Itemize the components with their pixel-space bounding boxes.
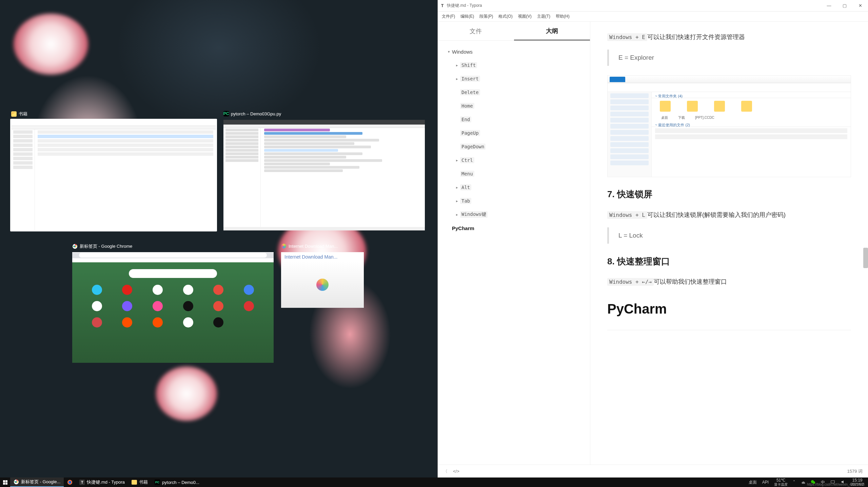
tray-gpu-temp[interactable]: 51℃ 显卡温度	[774, 478, 788, 486]
folder-icon: 📁	[11, 111, 17, 117]
taskview-thumb-idm[interactable]: Internet Download Man... Internet Downlo…	[280, 251, 365, 309]
outline-item-pycharm[interactable]: PyCharm	[438, 221, 590, 235]
pycharm-icon: PC	[223, 111, 229, 116]
menu-help[interactable]: 帮助(H)	[556, 14, 570, 19]
wallpaper-decor	[156, 367, 217, 421]
idm-logo-icon	[316, 279, 329, 291]
taskview-thumb-chrome[interactable]: 新标签页 - Google Chrome	[71, 251, 275, 364]
outline-item[interactable]: Delete	[438, 86, 590, 99]
text: 可以让我们快速打开文件资源管理器	[647, 34, 745, 40]
outline-item[interactable]: ▸Windows键	[438, 208, 590, 221]
tray-chevron-up-icon[interactable]: ˄	[793, 480, 795, 485]
shot-section-header: ~ 常用文件夹 (4)	[652, 92, 851, 98]
heading-8: 8. 快速整理窗口	[607, 253, 851, 270]
outline-item[interactable]: PageUp	[438, 126, 590, 140]
close-button[interactable]: ✕	[852, 0, 868, 11]
tray-api[interactable]: API	[762, 480, 769, 485]
outline-item[interactable]: Menu	[438, 167, 590, 181]
taskview-thumb-explorer[interactable]: 📁 书籍	[10, 119, 217, 231]
outline-item[interactable]: ▸Tab	[438, 194, 590, 208]
typora-app-icon: T	[441, 3, 443, 8]
taskbar: 新标签页 - Google...T快捷键.md - Typora书籍PCpyto…	[0, 477, 868, 487]
text: 可以让我们快速锁屏(解锁需要输入我们的用户密码)	[647, 211, 786, 218]
code-inline: Windows + ←/→	[607, 278, 654, 286]
wallpaper-decor	[14, 14, 88, 75]
sidebar-tab-file[interactable]: 文件	[438, 22, 514, 40]
word-count[interactable]: 1579 词	[847, 468, 863, 474]
minimize-button[interactable]: —	[821, 0, 837, 11]
taskview-thumb-pycharm[interactable]: PC pytorch – Demo03Gpu.py	[222, 119, 426, 231]
thumb-title: Internet Download Man...	[289, 244, 338, 249]
sidebar-tab-outline[interactable]: 大纲	[514, 22, 590, 40]
tray-onedrive-icon[interactable]	[801, 480, 805, 485]
watermark: https://blog.csdn.net/weixin_44878336	[807, 483, 865, 486]
code-inline: Windows + L	[607, 211, 647, 219]
text: 可以帮助我们快速整理窗口	[654, 278, 727, 285]
footer-source-icon[interactable]: </>	[453, 469, 459, 474]
thumb-title: 书籍	[19, 111, 27, 117]
thumb-title: pytorch – Demo03Gpu.py	[231, 111, 281, 116]
menu-view[interactable]: 视图(V)	[518, 14, 532, 19]
typora-window: T 快捷键.md - Typora — ▢ ✕ 文件(F) 编辑(E) 段落(P…	[437, 0, 868, 477]
outline-item[interactable]: ▸Insert	[438, 72, 590, 86]
menu-paragraph[interactable]: 段落(P)	[479, 14, 493, 19]
heading-7: 7. 快速锁屏	[607, 186, 851, 203]
taskbar-item[interactable]: T快捷键.md - Typora	[76, 477, 128, 487]
typora-statusbar: 〈 </> 1579 词	[438, 465, 868, 477]
taskbar-tray: 桌面 API 51℃ 显卡温度 ˄ 中 15:19 2021/6/2 https…	[749, 478, 868, 486]
typora-titlebar[interactable]: T 快捷键.md - Typora — ▢ ✕	[438, 0, 868, 12]
taskbar-item[interactable]	[64, 477, 76, 487]
desktop-wallpaper: 📁 书籍 PC pytorch – Demo03Gpu.py	[0, 0, 437, 477]
outline-item[interactable]: ▸Alt	[438, 181, 590, 194]
code-inline: Windows + E	[607, 33, 647, 41]
menu-file[interactable]: 文件(F)	[442, 14, 455, 19]
pycharm-icon: PC	[155, 480, 160, 485]
maximize-button[interactable]: ▢	[837, 0, 852, 11]
scrollbar-thumb[interactable]	[863, 248, 868, 268]
start-button[interactable]	[0, 480, 10, 485]
heading-pycharm: PyCharm	[607, 296, 851, 322]
taskbar-item[interactable]: 书籍	[128, 477, 151, 487]
typora-icon: T	[79, 480, 85, 485]
typora-editor[interactable]: Windows + E可以让我们快速打开文件资源管理器 E = Explorer…	[590, 22, 868, 465]
idm-inner-title: Internet Download Man...	[281, 252, 364, 262]
outline-item[interactable]: ▸Ctrl	[438, 153, 590, 167]
taskbar-item[interactable]: PCpytorch – Demo0...	[151, 477, 203, 487]
outline-item[interactable]: PageDown	[438, 140, 590, 153]
embedded-screenshot-explorer: ~ 常用文件夹 (4) 桌面 下载 [PPT].CCDC ~ 最近使用的文件 (…	[607, 75, 851, 177]
shot-section-header: ~ 最近使用的文件 (2)	[652, 121, 851, 127]
outline-item[interactable]: ▸Shift	[438, 58, 590, 72]
windows-icon	[3, 480, 7, 485]
chrome-icon	[14, 479, 19, 485]
chrome-icon	[72, 244, 78, 249]
folder-icon	[132, 480, 137, 485]
typora-menubar: 文件(F) 编辑(E) 段落(P) 格式(O) 视图(V) 主题(T) 帮助(H…	[438, 12, 868, 22]
idm-icon	[281, 243, 287, 249]
divider	[607, 330, 851, 330]
menu-format[interactable]: 格式(O)	[498, 14, 512, 19]
typora-sidebar: 文件 大纲 ▾Windows▸Shift▸InsertDeleteHomeEnd…	[438, 22, 590, 465]
menu-theme[interactable]: 主题(T)	[537, 14, 550, 19]
blockquote: L = Lock	[607, 227, 851, 244]
outline-tree: ▾Windows▸Shift▸InsertDeleteHomeEndPageUp…	[438, 41, 590, 465]
firefox-icon	[67, 480, 73, 485]
svg-point-5	[68, 481, 71, 484]
menu-edit[interactable]: 编辑(E)	[460, 14, 474, 19]
outline-item[interactable]: Home	[438, 99, 590, 113]
outline-item-root[interactable]: ▾Windows	[438, 45, 590, 58]
window-title: 快捷键.md - Typora	[447, 3, 482, 8]
tray-desktop[interactable]: 桌面	[749, 480, 757, 485]
taskbar-item[interactable]: 新标签页 - Google...	[10, 477, 64, 487]
thumb-title: 新标签页 - Google Chrome	[80, 243, 132, 249]
blockquote: E = Explorer	[607, 50, 851, 66]
footer-back-icon[interactable]: 〈	[443, 468, 448, 474]
outline-item[interactable]: End	[438, 113, 590, 126]
